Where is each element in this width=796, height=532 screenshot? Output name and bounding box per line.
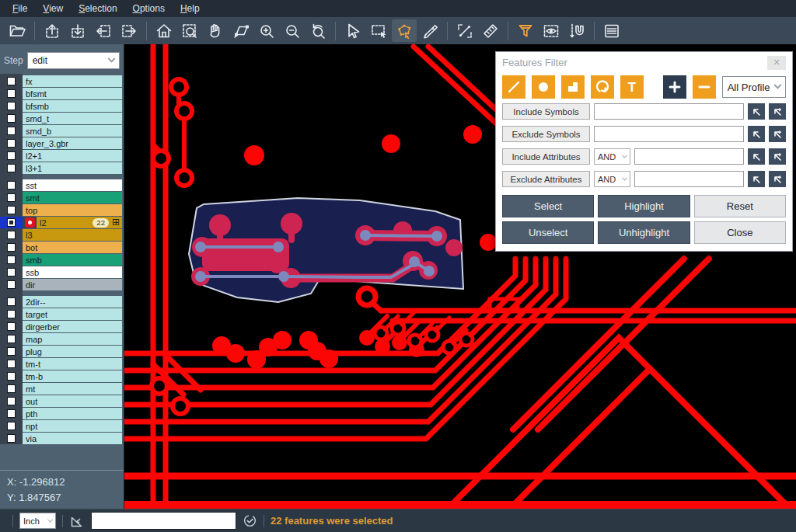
layer-visibility-checkbox[interactable] bbox=[0, 370, 23, 382]
include-attributes-input[interactable] bbox=[634, 148, 744, 165]
include-plus-button[interactable] bbox=[663, 75, 686, 99]
features-filter-icon[interactable] bbox=[513, 19, 538, 42]
layer-row-bfsmb[interactable]: bfsmb bbox=[0, 100, 124, 112]
close-button[interactable]: Close bbox=[694, 221, 786, 244]
layer-row-l2[interactable]: l222⊞ bbox=[0, 217, 124, 228]
layer-visibility-checkbox[interactable] bbox=[0, 420, 23, 432]
checkbox[interactable] bbox=[7, 127, 16, 135]
layer-row-top[interactable]: top bbox=[0, 204, 124, 216]
layer-row-smt[interactable]: smt bbox=[0, 192, 124, 203]
layer-row-pth[interactable]: pth bbox=[0, 408, 124, 419]
pick-add-icon[interactable] bbox=[769, 126, 786, 142]
filter-type-line-button[interactable] bbox=[502, 75, 525, 99]
layer-visibility-checkbox[interactable] bbox=[0, 217, 23, 228]
dialog-close-button[interactable]: ✕ bbox=[767, 56, 786, 70]
layer-visibility-checkbox[interactable] bbox=[0, 346, 23, 357]
checkbox[interactable] bbox=[7, 218, 16, 227]
filter-type-pad-button[interactable] bbox=[532, 75, 555, 99]
layer-row-dir[interactable]: dir bbox=[0, 279, 124, 290]
checkbox[interactable] bbox=[7, 89, 16, 98]
layer-name[interactable]: l222⊞ bbox=[37, 217, 122, 228]
checkbox[interactable] bbox=[7, 114, 16, 123]
highlight-button[interactable]: Highlight bbox=[598, 195, 690, 217]
layer-visibility-checkbox[interactable] bbox=[0, 100, 23, 112]
layer-visibility-checkbox[interactable] bbox=[0, 333, 23, 345]
open-folder-icon[interactable] bbox=[5, 19, 30, 42]
layer-row-bot[interactable]: bot bbox=[0, 242, 124, 253]
menu-item-help[interactable]: Help bbox=[173, 0, 208, 17]
checkbox[interactable] bbox=[7, 310, 16, 318]
zoom-in-icon[interactable] bbox=[254, 19, 279, 42]
layer-visibility-checkbox[interactable] bbox=[0, 229, 23, 241]
layer-name[interactable]: target bbox=[23, 308, 122, 320]
layer-visibility-checkbox[interactable] bbox=[0, 162, 23, 174]
layer-visibility-checkbox[interactable] bbox=[0, 433, 23, 444]
unhighlight-button[interactable]: Unhighlight bbox=[598, 221, 690, 244]
layer-visibility-checkbox[interactable] bbox=[0, 279, 23, 290]
layer-visibility-checkbox[interactable] bbox=[0, 179, 23, 191]
layer-name[interactable]: ssb bbox=[23, 266, 122, 278]
layer-row-l3[interactable]: l3 bbox=[0, 229, 124, 241]
layer-visibility-checkbox[interactable] bbox=[0, 75, 23, 87]
menu-item-view[interactable]: View bbox=[35, 0, 71, 17]
layer-row-sst[interactable]: sst bbox=[0, 179, 124, 191]
layer-name[interactable]: top bbox=[23, 204, 122, 216]
layer-visibility-checkbox[interactable] bbox=[0, 242, 23, 253]
filter-type-text-button[interactable]: T bbox=[620, 75, 644, 99]
layer-row-smd_b[interactable]: smd_b bbox=[0, 125, 124, 137]
layer-row-mt[interactable]: mt bbox=[0, 383, 124, 395]
zoom-polygon-icon[interactable] bbox=[229, 19, 253, 42]
layer-name[interactable]: bot bbox=[23, 242, 122, 253]
checkbox[interactable] bbox=[7, 372, 16, 381]
include-attributes-button[interactable]: Include Attributes bbox=[502, 148, 590, 165]
layer-name[interactable]: sst bbox=[23, 179, 122, 191]
layer-row-npt[interactable]: npt bbox=[0, 420, 124, 432]
layer-row-l3+1[interactable]: l3+1 bbox=[0, 162, 124, 174]
layer-row-map[interactable]: map bbox=[0, 333, 124, 345]
layer-visibility-checkbox[interactable] bbox=[0, 383, 23, 395]
checkbox[interactable] bbox=[7, 422, 16, 430]
exclude-attributes-button[interactable]: Exclude Attributes bbox=[502, 171, 590, 187]
select-rectangle-icon[interactable] bbox=[366, 19, 391, 42]
layer-name[interactable]: bfsmt bbox=[23, 88, 122, 99]
exclude-minus-button[interactable] bbox=[693, 75, 716, 99]
checkbox[interactable] bbox=[7, 256, 16, 264]
checkbox[interactable] bbox=[7, 409, 16, 418]
pick-add-icon[interactable] bbox=[769, 171, 786, 187]
checkbox[interactable] bbox=[7, 434, 16, 443]
unit-select[interactable]: Inch bbox=[19, 513, 56, 529]
checkbox[interactable] bbox=[7, 206, 16, 214]
layer-row-tm-b[interactable]: tm-b bbox=[0, 370, 124, 382]
report-panel-icon[interactable] bbox=[599, 19, 624, 42]
checkbox[interactable] bbox=[7, 231, 16, 239]
layer-name[interactable]: tm-t bbox=[23, 358, 122, 370]
layer-name[interactable]: l2+1 bbox=[23, 150, 122, 162]
pick-add-icon[interactable] bbox=[769, 103, 786, 120]
layer-row-l2+1[interactable]: l2+1 bbox=[0, 150, 124, 162]
layer-row-bfsmt[interactable]: bfsmt bbox=[0, 88, 124, 99]
paint-select-icon[interactable] bbox=[417, 19, 442, 42]
apply-refresh-icon[interactable] bbox=[243, 513, 257, 528]
layer-name[interactable]: dir bbox=[23, 279, 122, 290]
layer-name[interactable]: out bbox=[23, 395, 122, 407]
checkbox[interactable] bbox=[7, 322, 16, 331]
layer-visibility-checkbox[interactable] bbox=[0, 204, 23, 216]
layer-name[interactable]: l3+1 bbox=[23, 162, 122, 174]
layer-visibility-checkbox[interactable] bbox=[0, 308, 23, 320]
home-icon[interactable] bbox=[152, 19, 176, 42]
filter-type-surface-button[interactable] bbox=[561, 75, 585, 99]
layer-name[interactable]: smd_t bbox=[23, 113, 122, 124]
menu-item-options[interactable]: Options bbox=[125, 0, 173, 17]
select-polygon-icon[interactable] bbox=[392, 19, 417, 42]
layer-name[interactable]: tm-b bbox=[23, 370, 122, 382]
layer-name[interactable]: npt bbox=[23, 420, 122, 432]
layer-name[interactable]: via bbox=[23, 433, 122, 444]
checkbox[interactable] bbox=[7, 243, 16, 252]
logic-select[interactable]: AND bbox=[594, 171, 630, 187]
grid-icon[interactable]: ⊞ bbox=[112, 217, 120, 228]
layer-row-layer_3.gbr[interactable]: layer_3.gbr bbox=[0, 137, 124, 149]
layer-visibility-checkbox[interactable] bbox=[0, 296, 23, 308]
layer-row-2dir--[interactable]: 2dir-- bbox=[0, 296, 124, 308]
command-input[interactable] bbox=[91, 512, 236, 530]
layer-row-dirgerber[interactable]: dirgerber bbox=[0, 321, 124, 332]
